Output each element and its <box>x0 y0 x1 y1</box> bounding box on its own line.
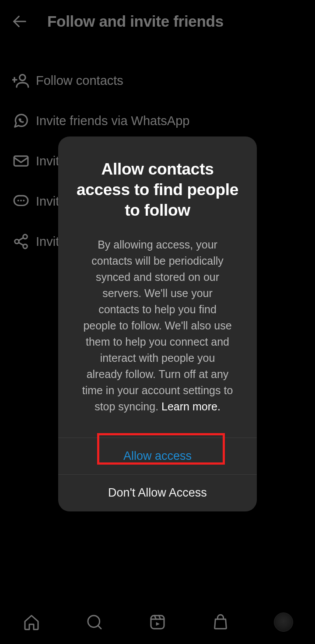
modal-title: Allow contacts access to find people to … <box>76 159 239 221</box>
learn-more-link[interactable]: Learn more. <box>161 400 220 413</box>
contacts-access-modal: Allow contacts access to find people to … <box>58 136 257 511</box>
modal-body-text: By allowing access, your contacts will b… <box>82 238 233 413</box>
dont-allow-access-button[interactable]: Don't Allow Access <box>58 475 257 511</box>
allow-access-button[interactable]: Allow access <box>58 438 257 475</box>
modal-buttons: Allow access Don't Allow Access <box>58 438 257 511</box>
modal-description: By allowing access, your contacts will b… <box>76 237 239 415</box>
modal-body: Allow contacts access to find people to … <box>58 136 257 438</box>
